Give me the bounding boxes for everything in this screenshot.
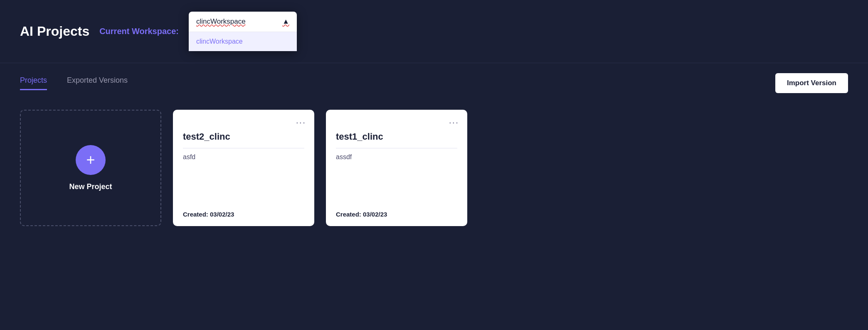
project-date-0: Created: 03/02/23	[183, 207, 304, 218]
app-title: AI Projects	[20, 24, 89, 39]
workspace-option-clinc[interactable]: clincWorkspace	[189, 32, 297, 51]
project-card-1[interactable]: ··· test1_clinc assdf Created: 03/02/23	[326, 110, 467, 226]
new-project-label: New Project	[69, 182, 112, 191]
project-menu-icon-1[interactable]: ···	[449, 117, 459, 128]
project-date-1: Created: 03/02/23	[336, 207, 457, 218]
workspace-selected-value: clincWorkspace	[196, 17, 246, 26]
project-description-1: assdf	[336, 153, 457, 207]
project-menu-icon-0[interactable]: ···	[296, 117, 306, 128]
tab-exported-versions[interactable]: Exported Versions	[67, 76, 128, 90]
workspace-dropdown-menu: clincWorkspace	[189, 32, 297, 51]
workspace-dropdown[interactable]: clincWorkspace ▲ clincWorkspace	[189, 12, 297, 51]
workspace-dropdown-wrapper: clincWorkspace ▲ clincWorkspace	[189, 12, 297, 51]
workspace-dropdown-selected[interactable]: clincWorkspace ▲	[189, 12, 297, 32]
workspace-label: Current Workspace:	[99, 27, 179, 36]
project-name-1: test1_clinc	[336, 131, 457, 148]
tabs-area: Projects Exported Versions Import Versio…	[0, 73, 868, 93]
tab-projects[interactable]: Projects	[20, 76, 47, 90]
chevron-up-icon: ▲	[282, 17, 289, 26]
new-project-card[interactable]: + New Project	[20, 110, 161, 226]
project-name-0: test2_clinc	[183, 131, 304, 148]
projects-grid: + New Project ··· test2_clinc asfd Creat…	[0, 93, 868, 243]
header: AI Projects Current Workspace: clincWork…	[0, 0, 868, 63]
project-card-0[interactable]: ··· test2_clinc asfd Created: 03/02/23	[173, 110, 314, 226]
add-icon: +	[76, 145, 106, 175]
tabs: Projects Exported Versions	[20, 76, 128, 90]
project-description-0: asfd	[183, 153, 304, 207]
import-version-button[interactable]: Import Version	[775, 73, 848, 93]
